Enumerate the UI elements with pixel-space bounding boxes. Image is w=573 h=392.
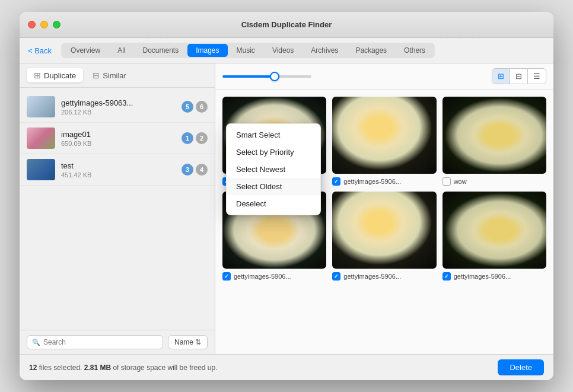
file-badges: 1 2: [182, 132, 208, 144]
dropdown-item-select-oldest[interactable]: Select Oldest: [227, 178, 320, 195]
tab-images[interactable]: Images: [187, 44, 227, 57]
file-thumbnail: [27, 159, 55, 180]
tab-overview[interactable]: Overview: [62, 44, 109, 57]
badge-count: 3: [182, 164, 193, 176]
grid-checkbox[interactable]: [443, 272, 451, 281]
sort-button[interactable]: Name ⇅: [168, 335, 208, 349]
toolbar: < Back Overview All Documents Images Mus…: [20, 38, 553, 63]
file-badges: 3 4: [182, 164, 208, 176]
file-name: image01: [61, 130, 182, 139]
grid-checkbox[interactable]: [443, 177, 451, 186]
sort-label: Name: [174, 338, 193, 346]
grid-item: gettyimages-5906...: [443, 192, 546, 281]
dropdown-item-select-newest[interactable]: Select Newest: [227, 161, 320, 178]
grid2-icon: ⊟: [515, 72, 522, 81]
list-item[interactable]: gettyimages-59063... 206.12 KB 5 6: [20, 91, 215, 123]
file-size: 206.12 KB: [61, 109, 182, 116]
status-bar: 12 files selected. 2.81 MB of storage sp…: [20, 354, 553, 380]
sidebar-tab-similar[interactable]: ⊟ Similar: [85, 68, 133, 82]
window-title: Cisdem Duplicate Finder: [241, 20, 332, 29]
grid-filename: gettyimages-5906...: [343, 273, 401, 280]
maximize-button[interactable]: [53, 21, 61, 28]
dropdown-item-smart-select[interactable]: Smart Select: [227, 126, 320, 144]
file-info: image01 650.09 KB: [61, 130, 182, 147]
tab-music[interactable]: Music: [228, 44, 263, 57]
grid-image[interactable]: [332, 192, 436, 269]
file-size: 451.42 KB: [61, 171, 182, 179]
view-buttons: ⊞ ⊟ ☰: [492, 68, 546, 84]
search-icon: 🔍: [32, 339, 40, 346]
grid-image[interactable]: [332, 97, 436, 174]
traffic-lights: [28, 21, 61, 28]
file-name: gettyimages-59063...: [61, 98, 182, 107]
grid-filename: wow: [454, 178, 467, 185]
sidebar: ⊞ Duplicate ⊟ Similar gettyimages-59063.…: [20, 63, 215, 354]
zoom-slider[interactable]: [222, 75, 311, 78]
back-button[interactable]: < Back: [28, 46, 52, 55]
tab-packages[interactable]: Packages: [347, 44, 395, 57]
grid-label: gettyimages-5906...: [222, 272, 326, 281]
badge-count: 5: [182, 101, 193, 113]
badge-count: 2: [196, 132, 208, 144]
search-input[interactable]: [43, 338, 158, 346]
grid-checkbox[interactable]: [332, 272, 340, 281]
file-thumbnail: [27, 128, 55, 149]
app-window: Cisdem Duplicate Finder < Back Overview …: [20, 12, 553, 380]
minimize-button[interactable]: [40, 21, 48, 28]
grid-image[interactable]: [443, 192, 546, 269]
content-toolbar: ⊞ ⊟ ☰: [215, 63, 553, 90]
grid-label: gettyimages-5906...: [332, 272, 436, 281]
grid-filename: gettyimages-5906...: [234, 273, 291, 280]
tab-others[interactable]: Others: [396, 44, 434, 57]
list-item[interactable]: image01 650.09 KB 1 2: [20, 123, 215, 154]
grid2-view-button[interactable]: ⊟: [510, 69, 528, 84]
duplicate-icon: ⊞: [34, 71, 41, 80]
tab-videos[interactable]: Videos: [264, 44, 302, 57]
file-list: gettyimages-59063... 206.12 KB 5 6 image…: [20, 88, 215, 330]
file-size: 650.09 KB: [61, 140, 182, 147]
grid-view-button[interactable]: ⊞: [492, 69, 510, 84]
search-box[interactable]: 🔍: [27, 335, 163, 349]
sidebar-tab-duplicate[interactable]: ⊞ Duplicate: [27, 68, 83, 82]
badge-count: 4: [196, 164, 208, 176]
grid-checkbox[interactable]: [222, 272, 231, 281]
tab-documents[interactable]: Documents: [134, 44, 187, 57]
file-info: test 451.42 KB: [61, 161, 182, 179]
titlebar: Cisdem Duplicate Finder: [20, 12, 553, 38]
sort-chevron-icon: ⇅: [195, 338, 201, 346]
grid-image[interactable]: [443, 97, 546, 174]
list-item[interactable]: test 451.42 KB 3 4: [20, 154, 215, 186]
grid-filename: gettyimages-5906...: [343, 178, 401, 185]
grid-label: gettyimages-5906...: [443, 272, 546, 281]
grid-label: wow: [443, 177, 546, 186]
file-name: test: [61, 161, 182, 170]
list-icon: ☰: [533, 72, 540, 81]
file-badges: 5 6: [182, 101, 208, 113]
duplicate-label: Duplicate: [44, 71, 76, 80]
dropdown-item-deselect[interactable]: Deselect: [227, 195, 320, 212]
badge-count: 1: [182, 132, 193, 144]
grid-filename: gettyimages-5906...: [454, 273, 511, 280]
delete-button[interactable]: Delete: [498, 359, 544, 375]
dropdown-menu: Smart Select Select by Priority Select N…: [226, 123, 321, 215]
file-info: gettyimages-59063... 206.12 KB: [61, 98, 182, 116]
tab-group: Overview All Documents Images Music Vide…: [61, 43, 435, 58]
similar-label: Similar: [103, 71, 126, 80]
list-view-button[interactable]: ☰: [528, 69, 546, 84]
grid-item: wow: [443, 97, 546, 186]
grid-item: gettyimages-5906...: [332, 192, 436, 281]
close-button[interactable]: [28, 21, 36, 28]
tab-archives[interactable]: Archives: [303, 44, 346, 57]
sidebar-tabs: ⊞ Duplicate ⊟ Similar: [20, 63, 215, 88]
file-thumbnail: [27, 96, 55, 117]
slider-container: [222, 75, 311, 78]
badge-count: 6: [196, 101, 208, 113]
grid-icon: ⊞: [498, 72, 504, 81]
dropdown-item-select-priority[interactable]: Select by Priority: [227, 144, 320, 161]
status-text: 12 files selected. 2.81 MB of storage sp…: [29, 364, 218, 372]
grid-item: gettyimages-5906...: [332, 97, 436, 186]
grid-checkbox[interactable]: [332, 177, 340, 186]
sidebar-footer: 🔍 Name ⇅: [20, 330, 215, 354]
grid-label: gettyimages-5906...: [332, 177, 436, 186]
tab-all[interactable]: All: [109, 44, 133, 57]
